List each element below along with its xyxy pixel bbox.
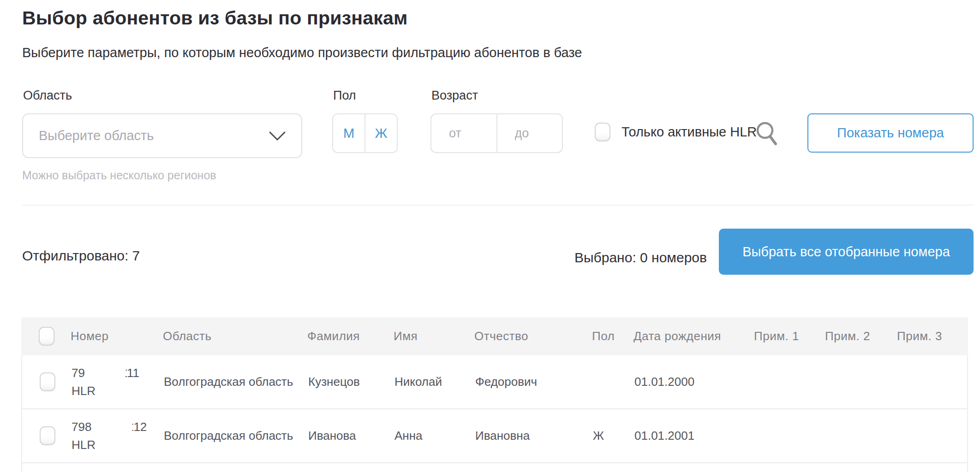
cell-lastname: Кузнецов bbox=[308, 375, 394, 389]
row-checkbox[interactable] bbox=[40, 372, 55, 391]
col-header-lastname: Фамилия bbox=[307, 329, 394, 343]
filtered-count: Отфильтровано: 7 bbox=[22, 248, 140, 264]
region-select-placeholder: Выберите область bbox=[39, 128, 154, 143]
cell-birthdate: 01.01.2001 bbox=[634, 429, 755, 443]
number-hlr-tag: HLR bbox=[72, 384, 96, 398]
region-label: Область bbox=[23, 88, 72, 103]
number-suffix: 11 bbox=[127, 366, 139, 380]
col-header-note2: Прим. 2 bbox=[825, 329, 897, 343]
region-hint: Можно выбрать несколько регионов bbox=[22, 169, 216, 182]
gender-toggle: М Ж bbox=[332, 113, 398, 153]
table-row-partial bbox=[22, 463, 967, 472]
cell-middlename: Ивановна bbox=[475, 429, 593, 443]
search-button[interactable] bbox=[755, 120, 781, 149]
gender-male-button[interactable]: М bbox=[333, 114, 365, 152]
table-row: 79812 HLR Волгоградская область Иванова … bbox=[22, 409, 967, 463]
age-range-inputs bbox=[430, 113, 563, 153]
col-header-region: Область bbox=[163, 329, 307, 343]
cell-region: Волгоградская область bbox=[164, 375, 308, 389]
page-title: Выбор абонентов из базы по признакам bbox=[22, 7, 408, 29]
page-subtitle: Выберите параметры, по которым необходим… bbox=[22, 45, 582, 60]
cell-number: 79812 HLR bbox=[72, 418, 164, 454]
col-header-note3: Прим. 3 bbox=[897, 329, 968, 343]
hlr-checkbox-label: Только активные HLR bbox=[621, 124, 757, 140]
age-label: Возраст bbox=[431, 88, 478, 103]
table-body: 7911 HLR Волгоградская область Кузнецов … bbox=[21, 355, 968, 472]
cell-middlename: Федорович bbox=[475, 375, 593, 389]
table-row: 7911 HLR Волгоградская область Кузнецов … bbox=[22, 355, 967, 409]
cell-birthdate: 01.01.2000 bbox=[634, 375, 755, 389]
age-to-input[interactable] bbox=[497, 114, 562, 152]
hlr-active-checkbox[interactable] bbox=[595, 123, 610, 142]
select-all-numbers-button[interactable]: Выбрать все отобранные номера bbox=[719, 229, 974, 275]
number-hlr-tag: HLR bbox=[72, 438, 96, 452]
col-header-firstname: Имя bbox=[394, 329, 474, 343]
cell-firstname: Анна bbox=[394, 429, 475, 443]
col-header-number: Номер bbox=[71, 329, 163, 343]
table-header-row: Номер Область Фамилия Имя Отчество Пол Д… bbox=[21, 317, 968, 355]
col-header-birthdate: Дата рождения bbox=[633, 329, 754, 343]
cell-number: 7911 HLR bbox=[72, 364, 164, 400]
col-header-note1: Прим. 1 bbox=[754, 329, 825, 343]
col-header-gender: Пол bbox=[592, 329, 633, 343]
hlr-filter: Только активные HLR bbox=[595, 123, 757, 142]
gender-label: Пол bbox=[333, 88, 356, 103]
select-all-checkbox[interactable] bbox=[39, 327, 54, 346]
show-numbers-button[interactable]: Показать номера bbox=[807, 113, 974, 153]
section-divider bbox=[22, 205, 974, 206]
cell-lastname: Иванова bbox=[308, 429, 394, 443]
cell-region: Волгоградская область bbox=[164, 429, 308, 443]
region-select-dropdown[interactable]: Выберите область bbox=[22, 113, 302, 158]
row-checkbox[interactable] bbox=[40, 426, 55, 445]
subscribers-table: Номер Область Фамилия Имя Отчество Пол Д… bbox=[21, 317, 968, 472]
chevron-down-icon bbox=[268, 130, 287, 142]
age-from-input[interactable] bbox=[431, 114, 496, 152]
number-prefix: 79 bbox=[72, 366, 85, 380]
selected-count: Выбрано: 0 номеров bbox=[574, 250, 707, 266]
cell-gender: Ж bbox=[593, 429, 634, 443]
number-suffix: 12 bbox=[133, 420, 147, 434]
number-prefix: 798 bbox=[72, 420, 91, 434]
col-header-middlename: Отчество bbox=[474, 329, 592, 343]
gender-female-button[interactable]: Ж bbox=[365, 114, 397, 152]
search-icon bbox=[755, 121, 781, 148]
cell-firstname: Николай bbox=[394, 375, 475, 389]
